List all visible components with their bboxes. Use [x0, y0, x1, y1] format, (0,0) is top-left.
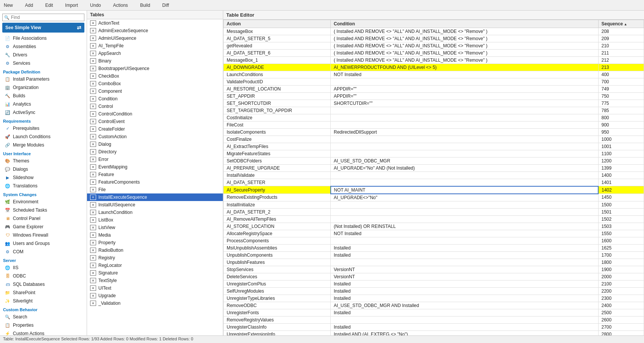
table-row[interactable]: MigrateFeatureStates1100	[224, 150, 644, 157]
sidebar-item-install-parameters[interactable]: 📋 Install Parameters	[0, 75, 87, 83]
table-row[interactable]: SET_TARGETDIR_TO_APPDIR785	[224, 107, 644, 114]
table-item[interactable]: ≡Component	[87, 87, 223, 95]
sidebar-item-file-associations[interactable]: 📄 File Associations	[0, 34, 87, 42]
table-item[interactable]: ≡BootstrapperUISequence	[87, 65, 223, 72]
column-header[interactable]: Condition	[331, 20, 599, 28]
table-row[interactable]: RemoveODBCAI_USE_STD_ODBC_MGR AND Instal…	[224, 302, 644, 309]
sidebar-item-services[interactable]: ⚙ Services	[0, 59, 87, 67]
table-row[interactable]: UnpublishFeatures1800	[224, 259, 644, 266]
table-row[interactable]: AI_DATA_SETTER_5( Installed AND REMOVE <…	[224, 35, 644, 42]
table-row[interactable]: FileCost900	[224, 122, 644, 129]
table-item[interactable]: ≡ActionText	[87, 19, 223, 27]
table-item[interactable]: ≡AppSearch	[87, 50, 223, 57]
sidebar-item-sql-databases[interactable]: 🗃 SQL Databases	[0, 280, 87, 288]
table-item[interactable]: ≡Control	[87, 103, 223, 110]
table-row[interactable]: DeleteServicesVersionNT2000	[224, 273, 644, 280]
table-item[interactable]: ≡InstallExecuteSequence	[87, 193, 223, 201]
toolbar-add[interactable]: Add	[23, 2, 35, 9]
toolbar-import[interactable]: Import	[63, 2, 80, 9]
table-row[interactable]: AI_DOWNGRADEAI_NEWERPRODUCTFOUND AND (UI…	[224, 64, 644, 71]
table-row[interactable]: InstallValidate1400	[224, 172, 644, 179]
table-row[interactable]: AI_SecurePropertyNOT AI_MAINT1402	[224, 186, 644, 194]
column-header[interactable]: Sequence	[598, 20, 644, 28]
sidebar-item-control-panel[interactable]: 🖥 Control Panel	[0, 214, 87, 223]
table-item[interactable]: ≡Dialog	[87, 140, 223, 148]
sidebar-item-translations[interactable]: 🌐 Translations	[0, 182, 87, 190]
table-row[interactable]: RemoveExistingProductsAI_UPGRADE<>"No"14…	[224, 194, 644, 201]
table-row[interactable]: UnpublishComponentsInstalled1700	[224, 251, 644, 259]
data-grid[interactable]: ActionConditionSequenceMessageBox( Insta…	[223, 20, 644, 335]
table-row[interactable]: InstallInitialize1500	[224, 201, 644, 208]
table-row[interactable]: AI_DATA_SETTER1401	[224, 179, 644, 186]
table-row[interactable]: AllocateRegistrySpaceNOT Installed1550	[224, 230, 644, 237]
sidebar-item-organization[interactable]: 🏢 Organization	[0, 83, 87, 92]
table-row[interactable]: UnregisterClassInfoInstalled2700	[224, 323, 644, 331]
sidebar-item-themes[interactable]: 🎨 Themes	[0, 157, 87, 165]
table-row[interactable]: SetODBCFoldersAI_USE_STD_ODBC_MGR1200	[224, 157, 644, 165]
sidebar-item-scheduled-tasks[interactable]: 📅 Scheduled Tasks	[0, 206, 87, 214]
table-item[interactable]: ≡Feature	[87, 171, 223, 178]
sidebar-item-windows-firewall[interactable]: 🛡 Windows Firewall	[0, 231, 87, 239]
sidebar-item-environment[interactable]: 🌿 Environment	[0, 198, 87, 206]
toolbar-undo[interactable]: Undo	[88, 2, 103, 9]
table-row[interactable]: AI_DATA_SETTER_6( Installed AND REMOVE <…	[224, 50, 644, 57]
toolbar-diff[interactable]: Diff	[160, 2, 171, 9]
sidebar-item-odbc[interactable]: 🗄 ODBC	[0, 272, 87, 280]
sidebar-item-search[interactable]: 🔍 Search	[0, 313, 87, 321]
table-item[interactable]: ≡ControlEvent	[87, 118, 223, 125]
table-row[interactable]: SelfUnregModulesInstalled2200	[224, 287, 644, 295]
table-item[interactable]: ≡Property	[87, 239, 223, 246]
table-item[interactable]: ≡ControlCondition	[87, 110, 223, 118]
search-input[interactable]	[11, 15, 82, 20]
table-row[interactable]: AI_ExtractTempFiles1001	[224, 143, 644, 150]
sidebar-item-iis[interactable]: 🌐 IIS	[0, 263, 87, 272]
sidebar-item-analytics[interactable]: 📊 Analytics	[0, 100, 87, 108]
sidebar-item-game-explorer[interactable]: 🎮 Game Explorer	[0, 223, 87, 231]
column-header[interactable]: Action	[224, 20, 331, 28]
table-item[interactable]: ≡_Validation	[87, 299, 223, 307]
sidebar-item-prerequisites[interactable]: ✓ Prerequisites	[0, 124, 87, 133]
table-row[interactable]: ProcessComponents1600	[224, 237, 644, 244]
sidebar-item-com[interactable]: ⚙ COM	[0, 248, 87, 256]
table-row[interactable]: MessageBox_1( Installed AND REMOVE <> "A…	[224, 57, 644, 64]
table-row[interactable]: ValidateProductID700	[224, 78, 644, 86]
table-item[interactable]: ≡Registry	[87, 254, 223, 262]
table-item[interactable]: ≡TextStyle	[87, 277, 223, 284]
sidebar-item-properties[interactable]: 📋 Properties	[0, 321, 87, 329]
table-row[interactable]: UnregisterExtensionInfoInstalled AND (AI…	[224, 331, 644, 335]
table-row[interactable]: AI_PREPARE_UPGRADEAI_UPGRADE="No" AND (N…	[224, 165, 644, 172]
toolbar-actions[interactable]: Actions	[111, 2, 130, 9]
table-item[interactable]: ≡Media	[87, 231, 223, 239]
table-item[interactable]: ≡UIText	[87, 284, 223, 292]
toolbar-edit[interactable]: Edit	[43, 2, 55, 9]
table-item[interactable]: ≡Upgrade	[87, 292, 223, 299]
table-item[interactable]: ≡CreateFolder	[87, 125, 223, 133]
table-row[interactable]: RemoveRegistryValues2600	[224, 316, 644, 323]
table-item[interactable]: ≡ComboBox	[87, 80, 223, 87]
table-row[interactable]: AI_STORE_LOCATION(Not Installed) OR REIN…	[224, 223, 644, 230]
table-item[interactable]: ≡FeatureComponents	[87, 178, 223, 186]
table-item[interactable]: ≡InstallUISequence	[87, 201, 223, 209]
search-box[interactable]: 🔍	[2, 14, 84, 21]
toolbar-new[interactable]: New	[2, 2, 15, 9]
table-row[interactable]: CostInitialize800	[224, 114, 644, 122]
table-row[interactable]: CostFinalize1000	[224, 136, 644, 143]
table-row[interactable]: AI_RemoveAllTempFiles1502	[224, 215, 644, 223]
table-item[interactable]: ≡CustomAction	[87, 133, 223, 140]
table-item[interactable]: ≡Error	[87, 156, 223, 163]
sidebar-item-users-and-groups[interactable]: 👥 Users and Groups	[0, 239, 87, 248]
table-item[interactable]: ≡EventMapping	[87, 163, 223, 171]
table-item[interactable]: ≡Signature	[87, 269, 223, 277]
table-item[interactable]: ≡Binary	[87, 57, 223, 65]
table-row[interactable]: AI_RESTORE_LOCATIONAPPDIR=""749	[224, 86, 644, 93]
table-item[interactable]: ≡LaunchCondition	[87, 209, 223, 216]
table-row[interactable]: SET_APPDIRAPPDIR=""750	[224, 93, 644, 100]
table-item[interactable]: ≡RadioButton	[87, 246, 223, 254]
sidebar-item-merge-modules[interactable]: 🔗 Merge Modules	[0, 141, 87, 149]
sidebar-item-drivers[interactable]: 🔧 Drivers	[0, 51, 87, 59]
simple-view-button[interactable]: See Simple View ⇄	[2, 23, 84, 33]
sidebar-item-launch-conditions[interactable]: 🚀 Launch Conditions	[0, 133, 87, 141]
table-row[interactable]: IsolateComponentsRedirectedDllSupport950	[224, 129, 644, 136]
sidebar-item-silverlight[interactable]: ✨ Silverlight	[0, 297, 87, 305]
table-row[interactable]: SET_SHORTCUTDIRSHORTCUTDIR=""775	[224, 100, 644, 107]
